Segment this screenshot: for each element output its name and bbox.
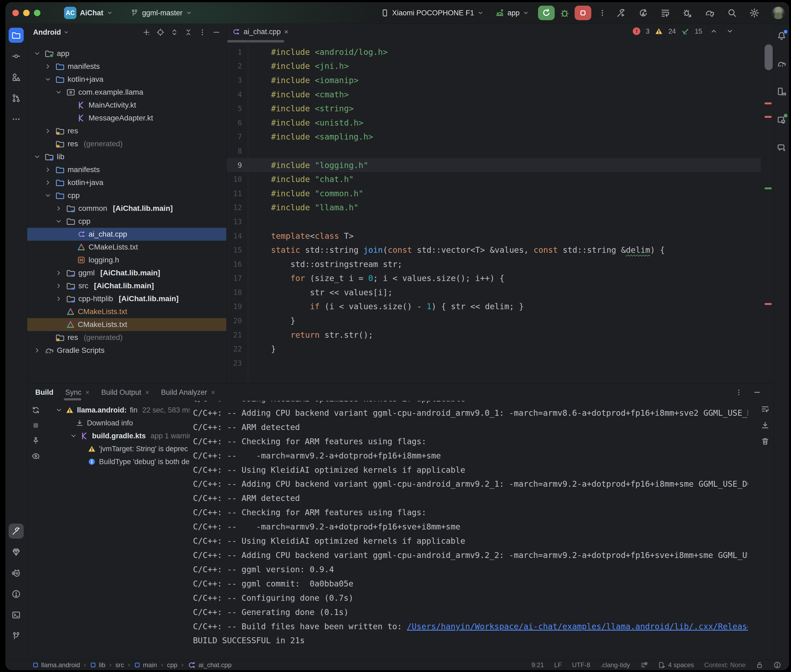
- line-number[interactable]: 16: [226, 260, 242, 268]
- attach-debugger-icon[interactable]: [682, 8, 692, 18]
- build-tree-row[interactable]: 'jvmTarget: String' is deprec: [44, 442, 190, 455]
- tree-chevron[interactable]: [54, 218, 63, 225]
- tool-stripe-button-git-branch[interactable]: [9, 629, 24, 643]
- tree-row[interactable]: CMakeLists.txt: [27, 241, 226, 254]
- tree-chevron[interactable]: [32, 347, 42, 354]
- clear-all-icon[interactable]: [761, 437, 770, 446]
- tool-stripe-button-running-devices[interactable]: [774, 112, 789, 127]
- breadcrumb-item[interactable]: cpp: [167, 661, 177, 669]
- tree-row[interactable]: res: [27, 125, 226, 138]
- tree-chevron[interactable]: [55, 406, 63, 414]
- tree-row[interactable]: res(generated): [27, 138, 226, 150]
- line-number[interactable]: 14: [226, 232, 242, 240]
- change-stripe-mark[interactable]: [765, 187, 772, 189]
- search-icon[interactable]: [727, 8, 737, 18]
- build-tab-build-output[interactable]: Build Output×: [101, 384, 149, 401]
- close-tab-icon[interactable]: ×: [211, 389, 215, 396]
- line-number[interactable]: 6: [226, 118, 242, 127]
- line-number[interactable]: 11: [226, 189, 242, 198]
- tool-stripe-button-pull-requests[interactable]: [9, 91, 24, 106]
- tool-stripe-button-resource-manager[interactable]: [9, 70, 24, 85]
- line-number[interactable]: 7: [226, 133, 242, 141]
- unlocked-icon[interactable]: [756, 661, 763, 669]
- line-ending-widget[interactable]: LF: [554, 661, 562, 669]
- zoom-window-button[interactable]: [34, 10, 40, 16]
- linter-widget[interactable]: .clang-tidy: [600, 661, 630, 669]
- line-number[interactable]: 4: [226, 90, 242, 99]
- tool-stripe-button-more[interactable]: [9, 112, 24, 126]
- build-icon[interactable]: [616, 8, 626, 18]
- tree-row[interactable]: common[AiChat.lib.main]: [27, 202, 226, 215]
- formatter-icon[interactable]: [640, 661, 648, 669]
- add-icon[interactable]: [142, 28, 151, 36]
- gradle-sync-icon[interactable]: [704, 8, 715, 18]
- context-widget[interactable]: Context: None: [704, 661, 746, 669]
- tree-row[interactable]: kotlin+java: [27, 176, 226, 189]
- tree-row[interactable]: res(generated): [27, 331, 226, 344]
- tree-chevron[interactable]: [43, 76, 53, 83]
- editor-vscrollbar[interactable]: [765, 44, 773, 70]
- tree-row[interactable]: kotlin+java: [27, 73, 226, 86]
- tree-chevron[interactable]: [54, 89, 63, 96]
- minimize-window-button[interactable]: [23, 10, 30, 16]
- stop-square-icon[interactable]: [32, 421, 40, 429]
- close-tab-icon[interactable]: ×: [145, 389, 149, 396]
- expand-all-icon[interactable]: [170, 28, 178, 36]
- line-number[interactable]: 15: [226, 246, 242, 254]
- build-tab-sync[interactable]: Sync×: [66, 384, 90, 401]
- close-tab-icon[interactable]: ×: [284, 28, 288, 36]
- next-issue-icon[interactable]: [727, 28, 733, 35]
- encoding-widget[interactable]: UTF-8: [572, 661, 590, 669]
- tree-chevron[interactable]: [43, 128, 53, 134]
- line-number[interactable]: 10: [226, 175, 242, 183]
- tab-ai-chat-cpp[interactable]: ai_chat.cpp ×: [226, 24, 294, 40]
- vcs-branch-widget[interactable]: ggml-master: [130, 9, 192, 17]
- line-number[interactable]: 13: [226, 218, 242, 226]
- project-widget[interactable]: AC AiChat: [64, 7, 113, 19]
- tree-row[interactable]: ggml[AiChat.lib.main]: [27, 267, 226, 279]
- breadcrumb-item[interactable]: src: [116, 661, 124, 669]
- tree-chevron[interactable]: [54, 282, 63, 290]
- tree-chevron[interactable]: [43, 179, 53, 186]
- line-number[interactable]: 5: [226, 104, 242, 113]
- tree-row[interactable]: CMakeLists.txt: [27, 318, 226, 331]
- sync-icon[interactable]: [32, 406, 40, 414]
- tree-row[interactable]: cpp-httplib[AiChat.lib.main]: [27, 292, 226, 305]
- tool-stripe-button-commit[interactable]: [9, 49, 24, 64]
- tool-stripe-button-notifications-bell[interactable]: [774, 28, 789, 43]
- project-tree[interactable]: appmanifestskotlin+javacom.example.llama…: [27, 41, 226, 384]
- tool-stripe-button-gemini-chat[interactable]: [774, 140, 789, 155]
- build-tree-row[interactable]: llama.android: fin22 sec, 583 ms: [44, 404, 190, 416]
- inspections-widget[interactable]: ! 3 24 15: [633, 27, 733, 35]
- project-view-selector[interactable]: Android: [33, 28, 61, 37]
- rerun-button[interactable]: [538, 6, 555, 20]
- line-number[interactable]: 2: [226, 62, 242, 70]
- tree-row[interactable]: MessageAdapter.kt: [27, 112, 226, 125]
- tree-chevron[interactable]: [70, 432, 77, 439]
- error-indicator-icon[interactable]: [773, 661, 781, 669]
- options-kebab-icon[interactable]: [735, 389, 743, 396]
- tree-chevron[interactable]: [54, 205, 63, 212]
- line-number[interactable]: 23: [226, 359, 242, 367]
- line-number[interactable]: 9: [226, 161, 242, 170]
- stop-button[interactable]: [574, 6, 591, 20]
- build-window-title[interactable]: Build: [35, 388, 53, 397]
- build-tree-row[interactable]: build.gradle.ktsapp 1 warning: [44, 429, 190, 442]
- locate-icon[interactable]: [156, 28, 164, 36]
- tree-row[interactable]: app: [27, 47, 226, 60]
- prev-issue-icon[interactable]: [710, 28, 717, 35]
- line-number[interactable]: 8: [226, 147, 242, 155]
- breadcrumb-item[interactable]: lib: [90, 661, 105, 669]
- line-number[interactable]: 18: [226, 288, 242, 297]
- tool-stripe-button-device-manager[interactable]: [774, 84, 789, 99]
- build-tree-row[interactable]: BuildType 'debug' is both de: [44, 455, 190, 468]
- hide-icon[interactable]: [212, 28, 220, 36]
- tree-row[interactable]: Gradle Scripts: [27, 344, 226, 357]
- close-window-button[interactable]: [12, 10, 19, 16]
- pin-icon[interactable]: [32, 437, 40, 445]
- scroll-to-end-icon[interactable]: [761, 421, 770, 429]
- tree-row[interactable]: com.example.llama: [27, 86, 226, 99]
- more-actions-icon[interactable]: [598, 9, 606, 17]
- tree-row[interactable]: manifests: [27, 163, 226, 176]
- line-number[interactable]: 20: [226, 317, 242, 325]
